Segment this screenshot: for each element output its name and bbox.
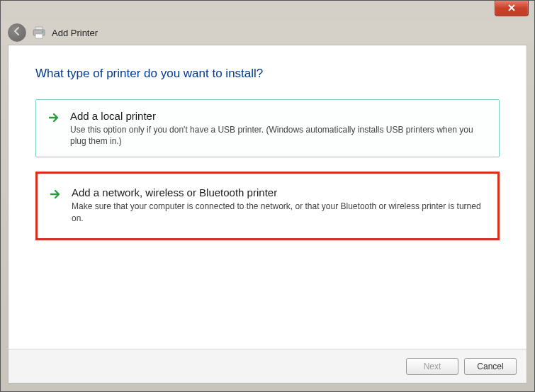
next-button[interactable]: Next: [406, 358, 458, 375]
option-local-printer[interactable]: Add a local printer Use this option only…: [35, 99, 500, 157]
back-button[interactable]: [8, 23, 26, 42]
option-title-local: Add a local printer: [70, 110, 486, 122]
arrow-right-icon: [49, 188, 62, 201]
option-desc-local: Use this option only if you don't have a…: [70, 124, 486, 147]
svg-point-3: [42, 31, 43, 33]
titlebar: [1, 1, 534, 21]
option-desc-network: Make sure that your computer is connecte…: [72, 201, 485, 223]
arrow-right-icon: [47, 111, 60, 124]
cancel-button[interactable]: Cancel: [464, 358, 517, 375]
close-button[interactable]: [495, 1, 529, 16]
option-title-network: Add a network, wireless or Bluetooth pri…: [72, 186, 485, 198]
footer-bar: Next Cancel: [9, 349, 526, 383]
back-arrow-icon: [12, 26, 22, 39]
content-area: What type of printer do you want to inst…: [8, 45, 527, 383]
svg-rect-0: [35, 27, 43, 30]
wizard-header: Add Printer: [1, 21, 534, 45]
add-printer-window: Add Printer What type of printer do you …: [0, 0, 535, 392]
printer-icon: [32, 26, 46, 39]
svg-rect-2: [35, 34, 43, 38]
option-text: Add a network, wireless or Bluetooth pri…: [72, 186, 485, 223]
page-heading: What type of printer do you want to inst…: [35, 67, 500, 81]
wizard-title: Add Printer: [52, 28, 98, 38]
close-icon: [507, 2, 516, 15]
option-text: Add a local printer Use this option only…: [70, 110, 486, 147]
option-network-printer[interactable]: Add a network, wireless or Bluetooth pri…: [35, 172, 500, 240]
